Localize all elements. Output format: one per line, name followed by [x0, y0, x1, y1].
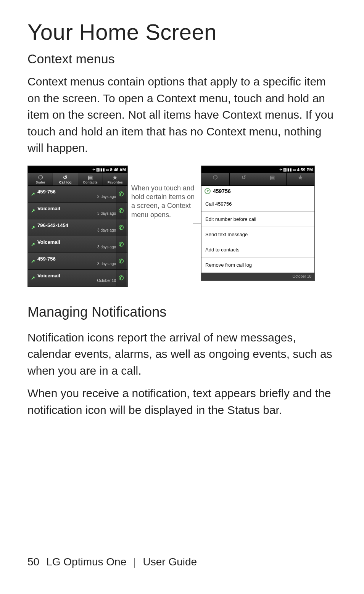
status-time: 8:46 AM [110, 167, 126, 172]
tab-call-log: ↺ [230, 173, 258, 185]
footer-date: October 10 [293, 274, 311, 278]
vibrate-icon: ✧ [279, 167, 282, 172]
dialer-icon: ❍ [201, 175, 229, 180]
context-menu-footer: October 10 [201, 273, 314, 280]
log-time-ago: October 10 [37, 278, 116, 283]
outgoing-icon: ↗ [30, 258, 36, 264]
tab-contacts[interactable]: ▤ Contacts [78, 173, 103, 185]
star-icon: ★ [103, 175, 127, 180]
section-managing-notifications-title: Managing Notifications [27, 304, 337, 320]
call-log-row[interactable]: ↗ Voicemail October 10 ✆ [28, 270, 127, 287]
dialer-icon: ❍ [28, 175, 53, 180]
tab-call-log[interactable]: ↺ Call log [53, 173, 78, 185]
log-number: Voicemail [37, 206, 116, 211]
section-context-menus-title: Context menus [27, 52, 337, 66]
call-log-row[interactable]: ↗ 796-542-1454 3 days ago ✆ [28, 219, 127, 236]
tab-label: Call log [59, 180, 72, 184]
footer-separator: | [133, 556, 136, 568]
tab-label: Contacts [83, 180, 98, 184]
dial-button[interactable]: ✆ [116, 203, 126, 219]
signal-icon: ▮▮ [287, 167, 292, 172]
call-log-row[interactable]: ↗ Voicemail 3 days ago ✆ [28, 236, 127, 253]
log-time-ago: 3 days ago [37, 228, 116, 232]
context-menu-item-edit[interactable]: Edit number before call [201, 212, 314, 227]
right-phone-screenshot: ✧ ▥ ▮▮ ▭ 4:59 PM ❍ ↺ ▤ ★ ▾ 459756 Call 4… [201, 166, 315, 281]
context-menu-item-call[interactable]: Call 459756 [201, 196, 314, 212]
log-time-ago: 3 days ago [37, 211, 116, 216]
status-bar: ✧ ▥ ▮▮ ▭ 4:59 PM [201, 166, 314, 173]
log-time-ago: 3 days ago [37, 245, 116, 249]
section-managing-notifications-body-2: When you receive a notification, text ap… [27, 385, 337, 418]
call-log-row[interactable]: ↗ 459-756 3 days ago ✆ [28, 186, 127, 203]
signal-icon: ▮▮ [100, 167, 105, 172]
contacts-icon: ▤ [258, 175, 286, 180]
data-icon: ▥ [96, 167, 100, 172]
tab-label: Favorites [108, 180, 123, 184]
section-managing-notifications-body-1: Notification icons report the arrival of… [27, 329, 337, 379]
battery-icon: ▭ [293, 167, 296, 172]
status-bar: ✧ ▥ ▮▮ ▭ 8:46 AM [28, 166, 127, 173]
left-phone-screenshot: ✧ ▥ ▮▮ ▭ 8:46 AM ❍ Dialer ↺ Call log ▤ C… [27, 166, 128, 287]
vibrate-icon: ✧ [92, 167, 95, 172]
tab-dialer[interactable]: ❍ Dialer [28, 173, 53, 185]
data-icon: ▥ [283, 167, 287, 172]
tab-favorites: ★ [287, 173, 314, 185]
phone-tabs: ❍ Dialer ↺ Call log ▤ Contacts ★ Favorit… [28, 173, 127, 186]
log-number: 459-756 [37, 256, 116, 262]
call-log-list: ↗ 459-756 3 days ago ✆ ↗ Voicemail 3 day… [28, 186, 127, 287]
context-menu-header: ▾ 459756 [201, 186, 314, 196]
outgoing-icon: ↗ [30, 241, 36, 247]
status-time: 4:59 PM [297, 167, 313, 172]
outgoing-icon: ↗ [30, 225, 36, 230]
footer-rule [27, 551, 39, 551]
log-number: Voicemail [37, 239, 116, 245]
outgoing-icon: ↗ [30, 208, 36, 214]
log-number: 459-756 [37, 189, 116, 195]
context-menu-item-send-text[interactable]: Send text message [201, 227, 314, 242]
battery-icon: ▭ [106, 167, 109, 172]
context-menu-item-add-contact[interactable]: Add to contacts [201, 242, 314, 258]
callout-text: When you touch and hold certain items on… [131, 184, 198, 220]
page-footer: 50 LG Optimus One | User Guide [0, 551, 364, 568]
contacts-icon: ▤ [78, 175, 103, 180]
footer-doc-title: User Guide [143, 556, 197, 568]
dial-button[interactable]: ✆ [116, 253, 126, 269]
dial-button[interactable]: ✆ [116, 236, 126, 253]
log-time-ago: 3 days ago [37, 195, 116, 199]
tab-label: Dialer [36, 180, 45, 184]
call-log-icon: ↺ [230, 175, 258, 180]
tab-contacts: ▤ [258, 173, 287, 185]
screenshot-composite: ✧ ▥ ▮▮ ▭ 8:46 AM ❍ Dialer ↺ Call log ▤ C… [27, 166, 337, 287]
context-menu-list: Call 459756 Edit number before call Send… [201, 196, 314, 273]
call-log-icon: ↺ [53, 175, 77, 180]
call-log-row[interactable]: ↗ Voicemail 3 days ago ✆ [28, 203, 127, 219]
log-number: 796-542-1454 [37, 222, 116, 228]
outgoing-icon: ↗ [30, 191, 36, 197]
tab-favorites[interactable]: ★ Favorites [103, 173, 127, 185]
dial-button[interactable]: ✆ [116, 219, 126, 236]
footer-product: LG Optimus One [46, 556, 126, 568]
star-icon: ★ [287, 175, 314, 180]
callout-column: When you touch and hold certain items on… [128, 166, 201, 220]
callout-connector-right [193, 224, 201, 224]
phone-tabs-dimmed: ❍ ↺ ▤ ★ [201, 173, 314, 186]
dial-button[interactable]: ✆ [116, 270, 126, 286]
page-number: 50 [27, 556, 39, 568]
section-context-menus-body: Context menus contain options that apply… [27, 73, 337, 156]
call-log-row[interactable]: ↗ 459-756 3 days ago ✆ [28, 253, 127, 270]
context-menu-title: 459756 [213, 188, 231, 194]
dropdown-icon: ▾ [205, 188, 211, 194]
tab-dialer: ❍ [201, 173, 230, 185]
outgoing-icon: ↗ [30, 275, 36, 281]
dial-button[interactable]: ✆ [116, 186, 126, 202]
log-time-ago: 3 days ago [37, 262, 116, 266]
log-number: Voicemail [37, 273, 116, 278]
context-menu-item-remove[interactable]: Remove from call log [201, 258, 314, 273]
page-title: Your Home Screen [27, 19, 337, 45]
callout-connector-left [127, 188, 132, 188]
